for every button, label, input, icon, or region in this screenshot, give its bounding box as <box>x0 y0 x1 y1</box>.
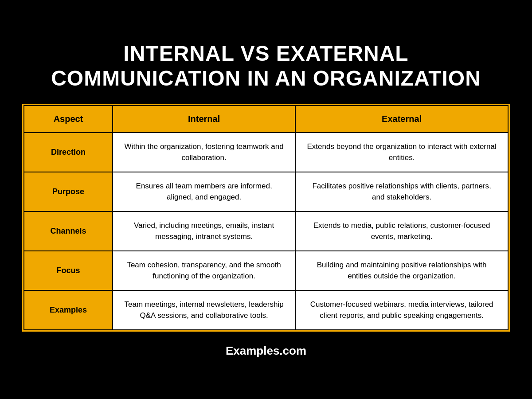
cell-external: Facilitates positive relationships with … <box>295 172 508 211</box>
cell-internal: Ensures all team members are informed, a… <box>113 172 295 211</box>
table-row: PurposeEnsures all team members are info… <box>24 172 508 211</box>
page-title: INTERNAL VS EXATERNAL COMMUNICATION IN A… <box>51 41 481 90</box>
cell-internal: Team meetings, internal newsletters, lea… <box>113 290 295 330</box>
cell-external: Extends to media, public relations, cust… <box>295 211 508 251</box>
title-container: INTERNAL VS EXATERNAL COMMUNICATION IN A… <box>33 41 499 90</box>
header-internal: Internal <box>113 106 295 133</box>
table-row: DirectionWithin the organization, foster… <box>24 133 508 172</box>
cell-aspect: Purpose <box>24 172 113 211</box>
header-aspect: Aspect <box>24 106 113 133</box>
cell-external: Customer-focused webinars, media intervi… <box>295 290 508 330</box>
cell-aspect: Channels <box>24 211 113 251</box>
cell-aspect: Examples <box>24 290 113 330</box>
cell-internal: Team cohesion, transparency, and the smo… <box>113 251 295 290</box>
header-external: Exaternal <box>295 106 508 133</box>
cell-internal: Varied, including meetings, emails, inst… <box>113 211 295 251</box>
table-header-row: Aspect Internal Exaternal <box>24 106 508 133</box>
cell-internal: Within the organization, fostering teamw… <box>113 133 295 172</box>
comparison-table: Aspect Internal Exaternal DirectionWithi… <box>23 105 509 330</box>
table-row: ChannelsVaried, including meetings, emai… <box>24 211 508 251</box>
footer-text: Examples.com <box>226 344 306 358</box>
table-row: FocusTeam cohesion, transparency, and th… <box>24 251 508 290</box>
cell-external: Extends beyond the organization to inter… <box>295 133 508 172</box>
table-row: ExamplesTeam meetings, internal newslett… <box>24 290 508 330</box>
cell-aspect: Direction <box>24 133 113 172</box>
cell-external: Building and maintaining positive relati… <box>295 251 508 290</box>
comparison-table-wrapper: Aspect Internal Exaternal DirectionWithi… <box>22 104 510 332</box>
cell-aspect: Focus <box>24 251 113 290</box>
